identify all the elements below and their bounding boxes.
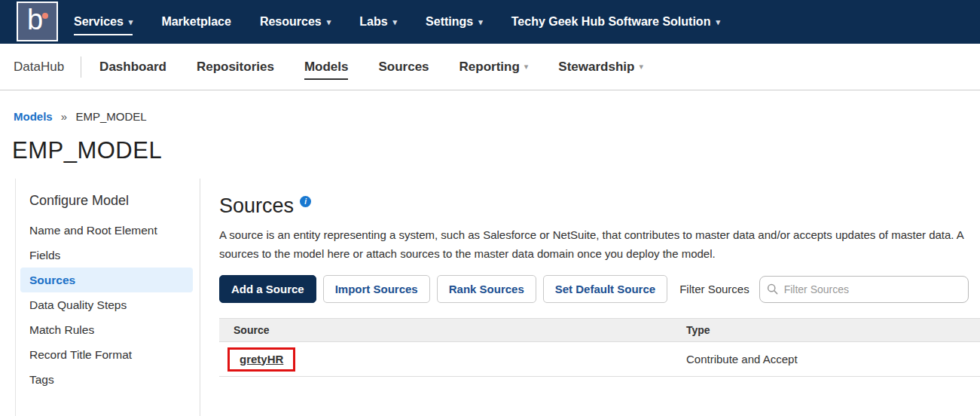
configure-model-sidebar: Configure Model Name and Root Element Fi… (16, 179, 200, 416)
topnav-account-menu[interactable]: Techy Geek Hub Software Solution ▾ (511, 15, 720, 35)
sources-panel: Sources i A source is an entity represen… (200, 179, 980, 416)
subnav-item-sources[interactable]: Sources (378, 60, 429, 80)
breadcrumb: Models » EMP_MODEL (14, 110, 147, 123)
subnav-items: Dashboard Repositories Models Sources Re… (99, 60, 643, 75)
source-cell: gretyHR (219, 347, 686, 372)
caret-down-icon: ▾ (478, 17, 483, 27)
sidebar-item-match-rules[interactable]: Match Rules (20, 317, 193, 342)
datahub-navbar: DataHub Dashboard Repositories Models So… (0, 44, 980, 90)
add-a-source-button[interactable]: Add a Source (219, 275, 316, 303)
caret-down-icon: ▾ (327, 17, 331, 27)
topnav-items: Services ▾ Marketplace Resources ▾ Labs … (74, 15, 720, 29)
breadcrumb-models-link[interactable]: Models (14, 110, 53, 123)
column-header-source: Source (219, 324, 686, 336)
info-icon[interactable]: i (300, 196, 311, 207)
sidebar-item-tags[interactable]: Tags (20, 367, 193, 392)
column-header-type: Type (686, 324, 710, 336)
filter-sources-label: Filter Sources (679, 283, 750, 295)
sources-toolbar: Add a Source Import Sources Rank Sources… (219, 275, 980, 303)
red-annotation-box: gretyHR (227, 347, 295, 372)
caret-down-icon: ▾ (393, 17, 398, 27)
subnav-item-dashboard[interactable]: Dashboard (99, 60, 166, 80)
subnav-item-label: Sources (378, 60, 429, 75)
boomi-logo-dot-icon (42, 13, 48, 19)
subnav-item-label: Models (304, 60, 349, 75)
sidebar-item-record-title-format[interactable]: Record Title Format (20, 342, 193, 367)
import-sources-button[interactable]: Import Sources (323, 275, 430, 303)
source-link-gretyhr[interactable]: gretyHR (240, 353, 283, 366)
search-icon (767, 283, 778, 295)
sidebar-item-name-and-root-element[interactable]: Name and Root Element (20, 218, 193, 243)
type-cell: Contribute and Accept (686, 353, 798, 366)
boomi-logo-letter: b (27, 5, 43, 34)
rank-sources-button[interactable]: Rank Sources (437, 275, 536, 303)
sources-table: Source Type gretyHR Contribute and Accep… (219, 318, 980, 377)
topnav-item-label: Labs (359, 15, 387, 29)
vertical-divider (81, 57, 81, 78)
caret-down-icon: ▾ (129, 17, 133, 27)
set-default-source-button[interactable]: Set Default Source (543, 275, 667, 303)
topnav-item-label: Services (74, 15, 124, 29)
subnav-item-stewardship[interactable]: Stewardship ▾ (558, 60, 643, 80)
caret-down-icon: ▾ (639, 62, 643, 72)
breadcrumb-current: EMP_MODEL (75, 110, 146, 123)
caret-down-icon: ▾ (524, 62, 529, 72)
filter-sources-input[interactable] (759, 276, 969, 303)
topnav-item-marketplace[interactable]: Marketplace (161, 15, 231, 35)
topnav-item-label: Resources (260, 15, 322, 29)
table-row: gretyHR Contribute and Accept (219, 342, 980, 377)
description-line-1: A source is an entity representing a sys… (219, 225, 980, 244)
topnav-item-label: Techy Geek Hub Software Solution (511, 15, 711, 29)
sidebar-item-fields[interactable]: Fields (20, 243, 193, 268)
top-navbar: b Services ▾ Marketplace Resources ▾ Lab… (0, 0, 980, 44)
model-config-card: Configure Model Name and Root Element Fi… (15, 179, 980, 416)
sidebar-item-sources[interactable]: Sources (20, 268, 193, 292)
topnav-item-labs[interactable]: Labs ▾ (359, 15, 397, 35)
sources-table-header: Source Type (219, 318, 980, 342)
caret-down-icon: ▾ (716, 17, 720, 27)
subnav-item-label: Reporting (459, 60, 520, 75)
subnav-item-reporting[interactable]: Reporting ▾ (459, 60, 529, 80)
subnav-item-repositories[interactable]: Repositories (197, 60, 274, 80)
description-line-2: sources to the model here or attach sour… (219, 244, 980, 263)
topnav-item-label: Marketplace (161, 15, 231, 29)
subnav-item-label: Stewardship (558, 60, 634, 75)
topnav-item-resources[interactable]: Resources ▾ (260, 15, 331, 35)
subnav-item-label: Dashboard (99, 60, 166, 75)
subnav-item-label: Repositories (197, 60, 274, 75)
sources-heading: Sources (219, 194, 294, 217)
topnav-item-services[interactable]: Services ▾ (74, 15, 133, 35)
boomi-logo[interactable]: b (17, 2, 58, 41)
topnav-item-settings[interactable]: Settings ▾ (426, 15, 483, 35)
sidebar-header: Configure Model (16, 185, 200, 218)
filter-input-wrap (759, 276, 969, 303)
page-title: EMP_MODEL (12, 137, 162, 164)
sources-description: A source is an entity representing a sys… (219, 225, 980, 263)
topnav-item-label: Settings (426, 15, 473, 29)
breadcrumb-separator: » (61, 110, 67, 123)
sidebar-item-data-quality-steps[interactable]: Data Quality Steps (20, 292, 193, 317)
subnav-item-models[interactable]: Models (304, 60, 349, 80)
datahub-brand: DataHub (14, 60, 64, 75)
